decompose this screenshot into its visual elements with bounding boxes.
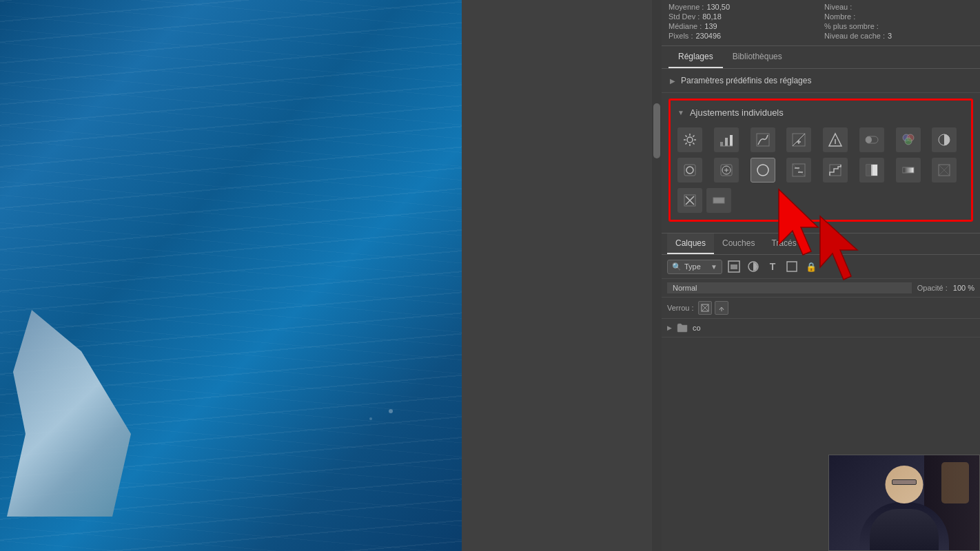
color-lookup-icon[interactable] [751,158,775,183]
gradient-map-icon[interactable] [896,158,921,183]
selective-color-icon[interactable] [932,158,957,183]
color-balance-icon[interactable] [896,127,921,152]
layers-toolbar: 🔍 Type ▼ T [662,255,980,279]
photo-filter-icon[interactable] [677,158,702,183]
svg-point-24 [686,167,693,174]
svg-line-31 [793,164,805,176]
levels-icon[interactable] [714,127,739,152]
tab-calques[interactable]: Calques [667,233,714,254]
svg-rect-11 [730,135,733,146]
shark-silhouette [7,241,145,517]
canvas-scrollbar[interactable] [652,0,662,551]
lock-row: Verrou : [662,298,980,319]
moyenne-label: Moyenne : [668,3,704,11]
exposure-icon[interactable] [786,127,811,152]
tab-traces[interactable]: Tracés [763,233,804,254]
pixels-value: 230496 [695,32,721,40]
brightness-icon[interactable] [677,127,702,152]
rectangle-icon[interactable] [706,188,731,213]
preset-section: ▶ Paramètres prédéfinis des réglages [662,69,980,93]
stat-mediane: Médiane : 139 [668,22,817,30]
cache-label: Niveau de cache : [824,32,885,40]
presenter-glasses [892,479,917,485]
threshold-icon[interactable] [859,158,884,183]
mediane-label: Médiane : [668,22,702,30]
presenter-shirt [870,509,939,550]
layer-shape-icon[interactable] [784,259,799,274]
black-white-icon[interactable] [932,127,957,152]
posterize-icon[interactable] [823,158,848,183]
mediane-value: 139 [704,22,717,30]
presenter-video [829,455,979,550]
ajustements-title: Ajustements individuels [690,107,784,118]
scrollbar-thumb[interactable] [653,103,660,158]
ajustements-chevron-icon: ▼ [677,109,684,116]
stats-section: Moyenne : 130,50 Niveau : Std Dev : 80,1… [662,0,980,46]
background-light [941,462,969,503]
preset-header[interactable]: ▶ Paramètres prédéfinis des réglages [670,76,972,85]
stat-moyenne: Moyenne : 130,50 [668,3,817,11]
hue-saturation-icon[interactable] [859,127,884,152]
svg-line-5 [686,136,687,137]
lock-transparent-icon[interactable] [698,301,712,315]
ajustements-icons-row3 [677,188,964,213]
svg-rect-36 [866,165,872,176]
bubble [369,417,372,420]
channel-mixer-icon[interactable] [714,158,739,183]
stat-pixels: Pixels : 230496 [668,32,817,40]
dropdown-chevron-icon: ▼ [711,263,717,271]
svg-rect-44 [713,198,724,203]
search-small-icon: 🔍 [672,262,682,271]
stddev-label: Std Dev : [668,12,700,21]
svg-rect-39 [903,167,914,173]
invert-icon[interactable] [786,158,811,183]
layer-adjustment-icon[interactable] [746,259,761,274]
svg-point-0 [687,137,693,143]
top-tabs: Réglages Bibliothèques [662,46,980,69]
opacity-label: Opacité : [917,284,948,292]
layer-image-icon[interactable] [726,259,742,274]
bottom-panel: Calques Couches Tracés 🔍 Type ▼ [662,233,980,551]
vibrance-icon[interactable] [823,127,848,152]
stat-niveau: Niveau : [824,3,973,11]
svg-line-7 [693,136,694,137]
svg-rect-18 [866,136,872,143]
svg-point-29 [757,165,768,176]
canvas-dark-area [462,0,662,551]
lock-paint-icon[interactable] [715,301,728,315]
layer-lock-icon[interactable]: 🔒 [804,259,819,274]
tab-bibliotheques[interactable]: Bibliothèques [723,46,792,68]
mask-icon[interactable] [677,188,702,213]
svg-line-8 [686,143,687,144]
canvas-image [0,0,462,551]
video-overlay [828,455,980,551]
tab-couches[interactable]: Couches [714,233,763,254]
moyenne-value: 130,50 [706,3,730,11]
curves-icon[interactable] [751,127,775,152]
nombre-label: Nombre : [824,12,855,21]
niveau-label: Niveau : [824,3,852,11]
blend-opacity-row: Normal Opacité : 100 % [662,279,980,298]
svg-rect-9 [720,142,723,146]
lock-label: Verrou : [667,304,694,312]
ajustements-icons-row2 [677,158,964,183]
lock-icons [698,301,728,315]
tab-reglages[interactable]: Réglages [668,46,723,68]
ajustements-header[interactable]: ▼ Ajustements individuels [677,107,964,118]
layer-expand-icon: ▶ [667,324,672,331]
layer-item[interactable]: ▶ co [662,319,980,337]
stat-stddev: Std Dev : 80,18 [668,12,817,21]
svg-point-21 [905,138,912,145]
ajustements-icons-row1 [677,127,964,152]
folder-icon [676,322,688,334]
stddev-value: 80,18 [702,12,722,21]
type-filter-label: Type [684,262,701,271]
canvas-area [0,0,662,551]
svg-rect-37 [872,165,877,176]
type-filter-dropdown[interactable]: 🔍 Type ▼ [667,260,722,274]
cache-value: 3 [888,32,892,40]
layer-text-icon[interactable]: T [765,259,780,274]
opacity-value: 100 % [953,284,974,292]
right-panel: Moyenne : 130,50 Niveau : Std Dev : 80,1… [662,0,980,551]
preset-chevron-icon: ▶ [670,77,675,85]
